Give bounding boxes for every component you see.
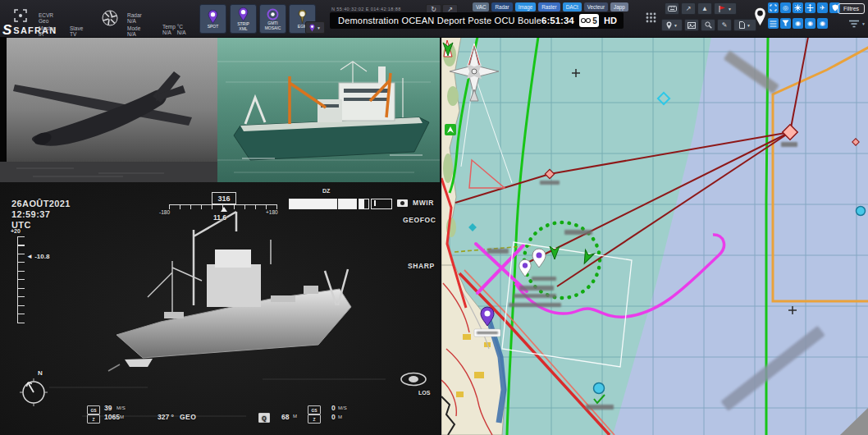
- layer-tabs: VAC Radar Image Raster DACt Vecteur Japp: [473, 2, 628, 11]
- caret-down-icon: ▼: [861, 21, 866, 26]
- capture-label: GMTI: [267, 21, 278, 25]
- cursor-coordinates: N 55:40:32:02 E 014:42:18:88: [331, 7, 401, 11]
- move-icon: [806, 4, 814, 11]
- map-mode-row-2: ◉ ◉ ◉: [768, 18, 828, 29]
- groundspeed-icon: GS: [87, 405, 100, 414]
- track-filter-dropdown[interactable]: ▼: [848, 20, 866, 28]
- pin-dropdown-button[interactable]: ▼: [661, 19, 683, 31]
- viewer-count-badge[interactable]: 5: [579, 14, 599, 27]
- ship-video-feed[interactable]: [217, 37, 440, 182]
- ship-video-frame: [217, 37, 440, 182]
- status-master: MasterIR: [39, 14, 55, 37]
- target-speed-value: 0: [331, 404, 336, 412]
- arrow-ne-icon: ↗: [686, 5, 692, 12]
- tab-japp[interactable]: Japp: [610, 2, 628, 11]
- pin-dropdown-mini-button[interactable]: ▼: [305, 21, 325, 34]
- safran-s-glyph: S: [2, 22, 11, 39]
- target-alt-icon: Z: [308, 414, 321, 424]
- thermal-video-feed[interactable]: 26AOÛT2021 12:59:37 UTC 316 -180 +180 11…: [0, 182, 440, 435]
- sharp-label: SHARP: [408, 262, 435, 270]
- gmti-mosaic-button[interactable]: GMTI MOSAIC: [259, 4, 286, 34]
- los-label: LOS: [418, 390, 430, 396]
- heading-pointer: [221, 207, 227, 212]
- map-tools-row-2: ▼ ✎ ▼: [661, 19, 756, 31]
- range-value: 68: [281, 413, 289, 421]
- radar-sweep-button[interactable]: ◎: [780, 2, 791, 13]
- filters-button[interactable]: Filtres: [838, 3, 865, 14]
- sensor-a-button[interactable]: ◉: [793, 18, 803, 29]
- mountain-icon: ▲: [701, 5, 708, 12]
- edit-button[interactable]: ✎: [717, 19, 732, 31]
- hd-badge: HD: [604, 16, 617, 25]
- aperture-icon[interactable]: [102, 10, 118, 30]
- terrain-button[interactable]: ▲: [697, 2, 712, 15]
- los-eye-icon[interactable]: [399, 371, 428, 387]
- tab-radar[interactable]: Radar: [491, 2, 512, 11]
- capture-label: STRIP: [237, 22, 249, 26]
- viewer-count: 5: [592, 16, 597, 25]
- aircraft-button[interactable]: ✈: [817, 2, 828, 13]
- file-icon: [739, 21, 745, 29]
- fullscreen-button[interactable]: [768, 2, 779, 13]
- heading-scale-value: 11.6: [213, 213, 226, 222]
- list-icon: [770, 21, 777, 27]
- mission-title: Demonstration OCEAN Deport Poste OCU Bou…: [338, 16, 541, 25]
- search-button[interactable]: [701, 19, 715, 31]
- target-speed-unit: M/S: [338, 405, 347, 410]
- geofoc-label: GEOFOC: [403, 216, 436, 224]
- tab-raster[interactable]: Raster: [538, 2, 560, 11]
- map-mode-row-1: ◎ ✈: [768, 2, 840, 13]
- altitude-value: 1065: [104, 413, 120, 421]
- dz-bar-4-tick: [374, 200, 376, 206]
- funnel-button[interactable]: [780, 18, 791, 29]
- center-pin-icon[interactable]: [754, 7, 766, 30]
- keyboard-icon: [668, 6, 677, 11]
- move-button[interactable]: [805, 2, 815, 13]
- heading-scale-min: -180: [159, 209, 170, 215]
- radar-icon: ◎: [783, 4, 788, 11]
- elevation-pointer-value: ◄ -10.8: [26, 253, 49, 260]
- elevation-scale: [17, 236, 25, 323]
- map-canvas[interactable]: [441, 37, 868, 435]
- range-unit: M: [293, 414, 297, 419]
- drone-video-feed[interactable]: [0, 37, 218, 182]
- tab-vecteur[interactable]: Vecteur: [584, 2, 608, 11]
- file-dropdown-button[interactable]: ▼: [733, 19, 756, 31]
- heading-scale-max: +180: [266, 209, 278, 215]
- tab-vac[interactable]: VAC: [473, 2, 489, 11]
- ocu-application: S SAFRAN ECVRGeo MasterIR SlaveTV RadarN…: [0, 0, 868, 435]
- target-icon: [267, 8, 279, 21]
- caret-down-icon: ▼: [747, 23, 751, 28]
- viewers-icon: [581, 17, 591, 24]
- geo-mode-label: GEO: [180, 413, 196, 421]
- tactical-map[interactable]: [440, 37, 868, 435]
- altitude-icon: Z: [87, 414, 100, 424]
- drone-video-frame: [0, 37, 217, 182]
- flag-dropdown-button[interactable]: ▼: [714, 2, 737, 15]
- pencil-icon: ✎: [722, 21, 728, 29]
- tab-image[interactable]: Image: [515, 2, 537, 11]
- snapshot-button[interactable]: [684, 19, 699, 31]
- pan-arrow-button[interactable]: ↗: [681, 2, 696, 15]
- groundspeed-value: 39: [104, 404, 112, 412]
- target-alt-unit: M: [338, 414, 342, 419]
- list-button[interactable]: [768, 18, 779, 29]
- circle-dot-icon: ◉: [807, 20, 813, 27]
- burst-button[interactable]: [793, 2, 803, 13]
- strip-capture-button[interactable]: STRIP XML: [230, 4, 257, 34]
- map-pin-icon: [309, 24, 315, 32]
- spot-capture-button[interactable]: SPOT: [199, 4, 226, 34]
- map-pin-icon: [666, 21, 672, 30]
- red-flag-icon: [719, 5, 726, 12]
- mission-clock: 6:51:34: [541, 16, 574, 25]
- tab-dact[interactable]: DACt: [563, 2, 582, 11]
- capture-label2: XML: [239, 27, 247, 31]
- surface-contact-circle-2[interactable]: [857, 207, 866, 216]
- app-grid-icon[interactable]: [646, 11, 656, 26]
- keyboard-button[interactable]: [665, 2, 679, 15]
- target-speed-icon: GS: [308, 405, 321, 414]
- sensor-b-button[interactable]: ◉: [805, 18, 815, 29]
- sensor-c-button[interactable]: ◉: [817, 18, 828, 29]
- caret-down-icon: ▼: [728, 7, 732, 11]
- elevation-top-label: +20: [11, 228, 21, 234]
